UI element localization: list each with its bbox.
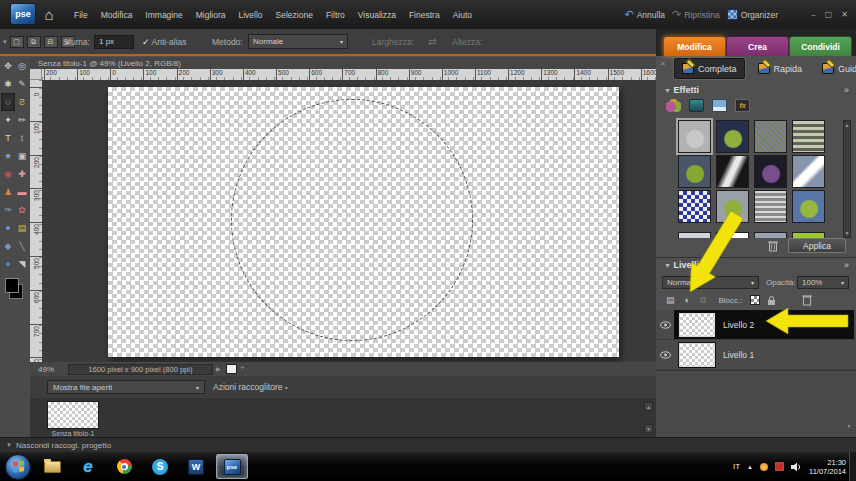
effect-dark-blue-apple[interactable] — [716, 120, 749, 153]
foreground-color-swatch[interactable] — [5, 278, 19, 293]
link-layers-icon[interactable]: ⧉ — [700, 296, 706, 305]
tool-preset-caret[interactable]: ▾ — [3, 38, 7, 46]
mode-select[interactable]: Normale ▾ — [248, 34, 348, 49]
status-play-icon[interactable]: ▶ — [216, 365, 221, 372]
open-file-thumbnail[interactable] — [47, 401, 99, 429]
layer-name[interactable]: Livello 2 — [723, 320, 754, 330]
effect-streaks[interactable] — [754, 190, 787, 223]
menu-visualizza[interactable]: Visualizza — [358, 10, 396, 20]
layers-scroll-down[interactable]: ▼ — [845, 423, 853, 429]
effects-menu-icon[interactable]: » — [844, 85, 849, 95]
menu-livello[interactable]: Livello — [238, 10, 262, 20]
layer-name[interactable]: Livello 1 — [723, 350, 754, 360]
document-size-info[interactable]: 1600 pixel x 900 pixel (800 ppi) — [68, 364, 213, 375]
eyedropper-tool[interactable]: ✎ — [15, 75, 29, 93]
red-eye-tool[interactable]: ◉ — [1, 165, 15, 183]
tab-modifica[interactable]: Modifica — [663, 36, 726, 56]
undo-button[interactable]: ↶ Annulla — [624, 9, 665, 20]
bin-actions-menu[interactable]: Azioni raccoglitore ▾ — [213, 382, 288, 392]
opacity-select[interactable]: 100% ▾ — [797, 276, 849, 289]
bin-scroll-down[interactable]: ▼ — [644, 424, 653, 433]
brush-tool[interactable]: ✑ — [1, 201, 15, 219]
fx-icon[interactable]: fx — [735, 99, 750, 112]
taskbar-photoshop-elements[interactable]: pse — [216, 454, 248, 479]
lock-transparency-icon[interactable] — [750, 295, 760, 305]
menu-aiuto[interactable]: Aiuto — [453, 10, 472, 20]
layer-thumbnail[interactable] — [679, 343, 715, 367]
selection-subtract-icon[interactable]: ⊟ — [44, 36, 58, 48]
zoom-level[interactable]: 49% — [38, 365, 54, 374]
effect-ghost-apple[interactable] — [678, 120, 711, 153]
effect-purple-apple[interactable] — [754, 155, 787, 188]
effect-bw-smudge[interactable] — [716, 155, 749, 188]
sponge-tool[interactable]: ● — [1, 255, 15, 273]
document-close-icon[interactable]: ✕ — [660, 60, 666, 68]
redo-button[interactable]: ↷ Ripristina — [672, 9, 720, 20]
mode-guidata[interactable]: Guidata — [815, 58, 856, 79]
mode-rapida[interactable]: Rapida — [751, 58, 810, 79]
menu-modifica[interactable]: Modifica — [101, 10, 133, 20]
hidden-icons-arrow[interactable]: ▲ — [747, 464, 753, 470]
antialias-checkbox[interactable]: ✓ — [142, 37, 150, 47]
start-button[interactable] — [5, 454, 31, 480]
blend-mode-select[interactable]: Normale ▾ — [662, 276, 759, 289]
tab-crea[interactable]: Crea — [726, 36, 789, 56]
maximize-button[interactable]: ▢ — [825, 10, 833, 19]
marquee-tool[interactable]: ◌ — [1, 93, 15, 111]
speaker-icon[interactable] — [791, 462, 802, 472]
tray-app-icon-orange[interactable] — [760, 463, 768, 471]
layer-visibility-eye-icon[interactable] — [660, 321, 671, 329]
effects-section-header[interactable]: ▼ Effetti — [664, 85, 699, 95]
type-tool[interactable]: T — [1, 129, 15, 147]
layers-menu-icon[interactable]: » — [844, 260, 849, 270]
eraser-tool[interactable]: ▬ — [15, 183, 29, 201]
language-indicator[interactable]: IT — [733, 462, 740, 471]
new-layer-icon[interactable]: ▤ — [666, 296, 675, 305]
canvas-viewport[interactable] — [42, 80, 656, 362]
cookie-cutter-tool[interactable]: ★ — [1, 147, 15, 165]
effect-halftone-checker[interactable] — [678, 190, 711, 223]
menu-immagine[interactable]: Immagine — [145, 10, 182, 20]
clock[interactable]: 21:30 11/07/2014 — [809, 458, 846, 476]
effect-blue-apple[interactable] — [792, 190, 825, 223]
spot-healing-tool[interactable]: ✚ — [15, 165, 29, 183]
effects-scroll-up[interactable]: ▲ — [844, 122, 850, 128]
layers-section-header[interactable]: ▼ Livelli — [664, 260, 699, 270]
shape-tool[interactable]: ◥ — [15, 255, 29, 273]
adjustment-layer-icon[interactable]: ◐ — [685, 296, 690, 305]
paint-bucket-tool[interactable]: ◆ — [1, 237, 15, 255]
lock-all-icon[interactable] — [767, 295, 776, 306]
layer-visibility-eye-icon[interactable] — [660, 351, 671, 359]
taskbar-chrome[interactable] — [108, 454, 140, 479]
delete-effect-icon[interactable] — [768, 240, 778, 252]
photo-effects-icon[interactable] — [712, 99, 727, 112]
hide-project-bin-bar[interactable]: ▼ Nascondi raccogl. progetto — [0, 437, 856, 452]
layer-thumbnail[interactable] — [679, 313, 715, 337]
blur-tool[interactable]: ● — [1, 219, 15, 237]
status-slider-handle[interactable] — [226, 364, 237, 374]
feather-input[interactable]: 1 px — [94, 35, 134, 49]
swap-dimensions-icon[interactable]: ⇄ — [428, 36, 436, 47]
apply-button[interactable]: Applica — [788, 238, 846, 253]
effect-gray-apple[interactable] — [716, 190, 749, 223]
home-icon[interactable]: ⌂ — [40, 5, 58, 23]
show-open-files-select[interactable]: Mostra file aperti ▾ — [47, 380, 205, 394]
hand-tool[interactable]: ✱ — [1, 75, 15, 93]
effect-noise-apple[interactable] — [754, 120, 787, 153]
menu-filtro[interactable]: Filtro — [326, 10, 345, 20]
bin-scroll-up[interactable]: ▲ — [644, 402, 653, 411]
quick-selection-tool[interactable]: ✏ — [15, 111, 29, 129]
close-button[interactable]: ✕ — [841, 10, 848, 19]
lasso-tool[interactable]: Ƨ — [15, 93, 29, 111]
gradient-tool[interactable]: ▤ — [15, 219, 29, 237]
layer-row-livello-2[interactable]: Livello 2 — [656, 310, 856, 340]
menu-migliora[interactable]: Migliora — [196, 10, 226, 20]
selection-add-icon[interactable]: ⧉ — [27, 36, 41, 48]
effect-slate-apple[interactable] — [678, 155, 711, 188]
taskbar-internet-explorer[interactable]: e — [72, 454, 104, 479]
filters-icon[interactable] — [666, 99, 681, 112]
network-icon[interactable] — [775, 462, 784, 471]
minimize-button[interactable]: – — [811, 10, 815, 19]
delete-layer-icon[interactable] — [802, 294, 812, 306]
effect-stripes-apple[interactable] — [792, 120, 825, 153]
